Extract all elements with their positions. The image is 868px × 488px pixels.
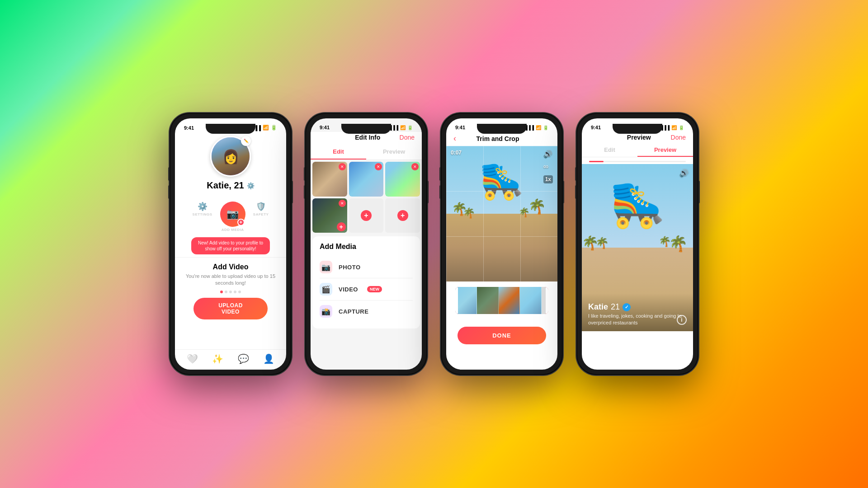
status-icons-3: ▐▐▐ 📶 🔋 xyxy=(524,125,548,130)
loop-icon[interactable]: ∞ xyxy=(543,163,553,171)
timeline-handle-right[interactable] xyxy=(546,287,548,314)
photo-add-4[interactable]: + xyxy=(337,222,346,231)
preview-palm-3: 🌴 xyxy=(669,235,688,253)
time-3: 9:41 xyxy=(455,125,465,130)
add-media-button[interactable]: 📷 + ADD MEDIA xyxy=(220,202,245,232)
trim-header: ‹ Trim and Crop xyxy=(446,132,557,146)
trim-done-button[interactable]: DONE xyxy=(458,327,547,344)
tab-preview-2[interactable]: Preview xyxy=(366,145,422,160)
trim-title: Trim and Crop xyxy=(476,135,519,142)
preview-volume-icon[interactable]: 🔊 xyxy=(679,169,689,177)
tab-profile-icon[interactable]: 👤 xyxy=(263,353,274,364)
avatar-container: 👩 ✏️ xyxy=(210,136,251,177)
media-option-capture[interactable]: 📸 CAPTURE xyxy=(320,300,413,322)
tab-sparkle-icon[interactable]: ✨ xyxy=(212,353,223,364)
preview-profile-overlay: Katie 21 ✓ I like traveling, jokes, cook… xyxy=(582,293,693,331)
photo-grid: ✕ ✕ ✕ ✕ + + + xyxy=(311,160,422,235)
wifi-icon-3: 📶 xyxy=(536,125,541,130)
preview-tabs: Edit Preview xyxy=(582,144,693,157)
photo-delete-4[interactable]: ✕ xyxy=(339,200,346,207)
wifi-icon: 📶 xyxy=(263,125,269,131)
photo-cell-2[interactable]: ✕ xyxy=(349,162,384,197)
profile-header: 👩 ✏️ Katie, 21 ⚙️ xyxy=(175,132,286,196)
gear-icon: ⚙️ xyxy=(198,202,208,211)
photo-delete-1[interactable]: ✕ xyxy=(339,163,346,170)
phone3-screen: 9:41 ▐▐▐ 📶 🔋 ‹ Trim and Crop 🌴 xyxy=(446,118,557,370)
nav-done-2[interactable]: Done xyxy=(400,134,415,141)
video-placeholder: 🌴 🌴 🌴 🌴 🛼 0:07 🔊 ∞ 1x xyxy=(446,146,557,282)
media-option-photo[interactable]: 📷 PHOTO xyxy=(320,256,413,278)
photo-cell-3[interactable]: ✕ xyxy=(385,162,420,197)
add-plus-icon: + xyxy=(237,219,245,226)
photo-delete-3[interactable]: ✕ xyxy=(411,163,419,170)
settings-item[interactable]: ⚙️ SETTINGS xyxy=(193,202,212,232)
settings-gear-icon: ⚙️ xyxy=(247,182,255,189)
photo-icon: 📷 xyxy=(320,261,332,273)
volume-down-button-3 xyxy=(439,185,441,199)
time-2: 9:41 xyxy=(320,125,330,130)
video-timer: 0:07 xyxy=(451,150,462,156)
safety-item[interactable]: 🛡️ SAFETY xyxy=(253,202,269,232)
capture-icon: 📸 xyxy=(320,305,332,318)
power-button-3 xyxy=(563,181,564,203)
add-video-description: You're now able to upload video up to 15… xyxy=(184,273,277,287)
preview-skater: 🛼 xyxy=(609,178,666,231)
preview-tab-edit[interactable]: Edit xyxy=(582,144,637,157)
wifi-icon-2: 📶 xyxy=(400,125,406,130)
phone-4: 9:41 ▐▐▐ 📶 🔋 Preview Done Edit Preview xyxy=(576,113,698,375)
tab-chat-icon[interactable]: 💬 xyxy=(238,353,249,364)
photo-cell-1[interactable]: ✕ xyxy=(312,162,347,197)
volume-down-button-2 xyxy=(304,185,305,199)
volume-up-button-4 xyxy=(575,167,576,181)
photo-symbol: 📷 xyxy=(321,263,330,272)
photo-cell-4[interactable]: ✕ + xyxy=(312,198,347,233)
phone2-screen: 9:41 ▐▐▐ 📶 🔋 Edit Info Done Edit Preview xyxy=(311,118,422,370)
photo-label: PHOTO xyxy=(339,264,361,271)
add-media-sheet: Add Media 📷 PHOTO 🎬 VIDEO NEW xyxy=(312,236,420,328)
preview-done-button[interactable]: Done xyxy=(671,134,686,141)
upload-video-button[interactable]: UPLOAD VIDEO xyxy=(193,298,268,319)
photo-cell-add-1[interactable]: + xyxy=(349,198,384,233)
volume-down-button xyxy=(168,185,170,199)
settings-row: ⚙️ SETTINGS 📷 + ADD MEDIA 🛡️ SAFETY xyxy=(175,198,286,235)
new-badge: NEW xyxy=(367,286,382,292)
preview-progress xyxy=(582,157,693,164)
add-photo-btn-2[interactable]: + xyxy=(397,210,408,221)
nav-header-2: Edit Info Done xyxy=(311,132,422,145)
phone4-screen: 9:41 ▐▐▐ 📶 🔋 Preview Done Edit Preview xyxy=(582,118,693,370)
volume-down-button-4 xyxy=(575,185,576,199)
capture-symbol: 📸 xyxy=(321,307,330,316)
dot-5 xyxy=(238,291,241,293)
dot-1 xyxy=(220,291,223,293)
add-media-sheet-title: Add Media xyxy=(320,243,413,251)
avatar-edit-button[interactable]: ✏️ xyxy=(241,136,251,146)
zoom-label[interactable]: 1x xyxy=(543,175,553,183)
phone-3: 9:41 ▐▐▐ 📶 🔋 ‹ Trim and Crop 🌴 xyxy=(441,113,563,375)
media-option-video[interactable]: 🎬 VIDEO NEW xyxy=(320,278,413,300)
nav-title-2: Edit Info xyxy=(355,134,380,141)
timeline-handle-left[interactable] xyxy=(455,287,458,314)
phones-container: 9:41 ▐▐▐ 📶 🔋 👩 ✏️ Katie, 21 ⚙️ xyxy=(0,0,868,488)
volume-icon[interactable]: 🔊 xyxy=(543,150,553,158)
notch-3 xyxy=(477,124,527,134)
shield-icon: 🛡️ xyxy=(256,202,266,211)
info-button[interactable]: i xyxy=(677,315,687,325)
timeline-strip[interactable] xyxy=(455,287,548,314)
timeline-frame-1 xyxy=(455,287,477,314)
volume-up-button xyxy=(168,167,170,181)
grid-overlay xyxy=(446,146,557,282)
timeline-frame-3 xyxy=(499,287,520,314)
preview-palm-4: 🌴 xyxy=(659,236,671,248)
power-button xyxy=(292,181,293,203)
tab-heart-icon[interactable]: 🤍 xyxy=(187,353,198,364)
preview-title: Preview xyxy=(627,134,651,141)
back-button[interactable]: ‹ xyxy=(453,134,456,143)
profile-name: Katie, 21 ⚙️ xyxy=(207,180,254,191)
video-symbol: 🎬 xyxy=(321,285,330,294)
add-photo-btn-1[interactable]: + xyxy=(361,210,372,221)
preview-tab-preview[interactable]: Preview xyxy=(637,144,693,157)
photo-cell-add-2[interactable]: + xyxy=(385,198,420,233)
tab-edit-2[interactable]: Edit xyxy=(311,145,366,160)
preview-video-frame: 🌴 🌴 🌴 🌴 🛼 🔊 Katie 21 ✓ xyxy=(582,164,693,331)
done-section: DONE xyxy=(446,319,557,352)
